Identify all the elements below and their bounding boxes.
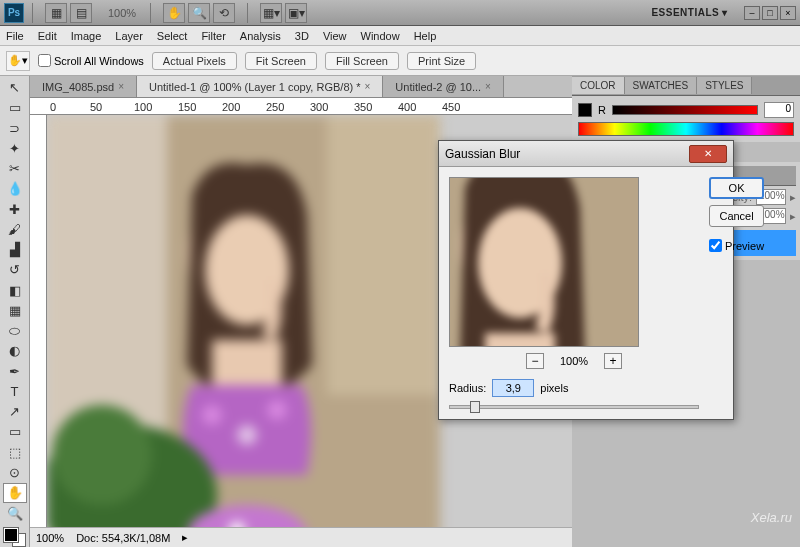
ruler-mark: 200 bbox=[222, 101, 240, 113]
close-button[interactable]: × bbox=[780, 6, 796, 20]
color-ramp[interactable] bbox=[578, 122, 794, 136]
doc-info[interactable]: Doc: 554,3K/1,08M bbox=[76, 532, 170, 544]
hand-tool-icon[interactable]: ✋ bbox=[3, 483, 27, 503]
wand-tool-icon[interactable]: ✦ bbox=[3, 139, 27, 158]
fg-swatch[interactable] bbox=[578, 103, 592, 117]
mini-bridge-icon[interactable]: ▤ bbox=[70, 3, 92, 23]
history-brush-icon[interactable]: ↺ bbox=[3, 260, 27, 279]
arrange-docs-icon[interactable]: ▦▾ bbox=[260, 3, 282, 23]
zoom-status[interactable]: 100% bbox=[36, 532, 64, 544]
scroll-all-checkbox[interactable]: Scroll All Windows bbox=[38, 54, 144, 67]
menu-window[interactable]: Window bbox=[361, 30, 400, 42]
ruler-mark: 100 bbox=[134, 101, 152, 113]
ok-button[interactable]: OK bbox=[709, 177, 764, 199]
menu-analysis[interactable]: Analysis bbox=[240, 30, 281, 42]
type-tool-icon[interactable]: T bbox=[3, 382, 27, 401]
close-icon[interactable]: × bbox=[118, 81, 124, 92]
zoom-level[interactable]: 100% bbox=[102, 7, 142, 19]
menu-3d[interactable]: 3D bbox=[295, 30, 309, 42]
dialog-titlebar[interactable]: Gaussian Blur ✕ bbox=[439, 141, 733, 167]
ruler-vertical[interactable] bbox=[30, 115, 47, 527]
rotate-view-icon[interactable]: ⟲ bbox=[213, 3, 235, 23]
dialog-title: Gaussian Blur bbox=[445, 147, 689, 161]
marquee-tool-icon[interactable]: ▭ bbox=[3, 98, 27, 117]
hand-tool-icon[interactable]: ✋▾ bbox=[6, 51, 30, 71]
ruler-mark: 250 bbox=[266, 101, 284, 113]
radius-input[interactable] bbox=[492, 379, 534, 397]
lasso-tool-icon[interactable]: ⊃ bbox=[3, 119, 27, 138]
svg-point-7 bbox=[237, 425, 257, 445]
move-tool-icon[interactable]: ↖ bbox=[3, 78, 27, 97]
fit-screen-button[interactable]: Fit Screen bbox=[245, 52, 317, 70]
zoom-out-button[interactable]: − bbox=[526, 353, 544, 369]
eyedropper-tool-icon[interactable]: 💧 bbox=[3, 179, 27, 198]
foreground-color-swatch[interactable] bbox=[4, 528, 18, 542]
dodge-tool-icon[interactable]: ◐ bbox=[3, 341, 27, 360]
crop-tool-icon[interactable]: ✂ bbox=[3, 159, 27, 178]
ruler-mark: 300 bbox=[310, 101, 328, 113]
menu-select[interactable]: Select bbox=[157, 30, 188, 42]
menu-file[interactable]: File bbox=[6, 30, 24, 42]
radius-slider[interactable] bbox=[449, 405, 699, 409]
menu-image[interactable]: Image bbox=[71, 30, 102, 42]
options-bar: ✋▾ Scroll All Windows Actual Pixels Fit … bbox=[0, 46, 800, 76]
r-label: R bbox=[598, 104, 606, 116]
ps-logo-icon: Ps bbox=[4, 3, 24, 23]
pen-tool-icon[interactable]: ✒ bbox=[3, 362, 27, 381]
color-swatch[interactable] bbox=[4, 528, 26, 547]
stamp-tool-icon[interactable]: ▟ bbox=[3, 240, 27, 259]
scroll-all-label: Scroll All Windows bbox=[54, 55, 144, 67]
status-bar: 100% Doc: 554,3K/1,08M ▸ bbox=[30, 527, 572, 547]
menu-view[interactable]: View bbox=[323, 30, 347, 42]
print-size-button[interactable]: Print Size bbox=[407, 52, 476, 70]
svg-rect-16 bbox=[485, 333, 555, 347]
workspace-switcher[interactable]: ESSENTIALS ▾ bbox=[651, 7, 738, 18]
bridge-icon[interactable]: ▦ bbox=[45, 3, 67, 23]
doc-tab[interactable]: Untitled-1 @ 100% (Layer 1 copy, RGB/8) … bbox=[137, 76, 383, 97]
actual-pixels-button[interactable]: Actual Pixels bbox=[152, 52, 237, 70]
menu-edit[interactable]: Edit bbox=[38, 30, 57, 42]
zoom-in-button[interactable]: + bbox=[604, 353, 622, 369]
menu-help[interactable]: Help bbox=[414, 30, 437, 42]
divider bbox=[32, 3, 33, 23]
close-icon[interactable]: × bbox=[365, 81, 371, 92]
minimize-button[interactable]: – bbox=[744, 6, 760, 20]
close-icon[interactable]: × bbox=[485, 81, 491, 92]
divider bbox=[150, 3, 151, 23]
menu-layer[interactable]: Layer bbox=[115, 30, 143, 42]
maximize-button[interactable]: □ bbox=[762, 6, 778, 20]
preview-checkbox[interactable]: Preview bbox=[709, 239, 764, 252]
doc-tab[interactable]: IMG_4085.psd× bbox=[30, 76, 137, 97]
swatches-tab[interactable]: SWATCHES bbox=[625, 77, 698, 94]
brush-tool-icon[interactable]: 🖌 bbox=[3, 220, 27, 239]
zoom-icon[interactable]: 🔍 bbox=[188, 3, 210, 23]
3d-camera-icon[interactable]: ⊙ bbox=[3, 463, 27, 482]
menu-filter[interactable]: Filter bbox=[201, 30, 225, 42]
blur-tool-icon[interactable]: ⬭ bbox=[3, 321, 27, 340]
r-value[interactable]: 0 bbox=[764, 102, 794, 118]
hand-icon[interactable]: ✋ bbox=[163, 3, 185, 23]
3d-tool-icon[interactable]: ⬚ bbox=[3, 443, 27, 462]
shape-tool-icon[interactable]: ▭ bbox=[3, 422, 27, 441]
gradient-tool-icon[interactable]: ▦ bbox=[3, 301, 27, 320]
doc-tab[interactable]: Untitled-2 @ 10...× bbox=[383, 76, 504, 97]
slider-thumb[interactable] bbox=[470, 401, 480, 413]
healing-tool-icon[interactable]: ✚ bbox=[3, 200, 27, 219]
color-tab[interactable]: COLOR bbox=[572, 77, 625, 94]
path-tool-icon[interactable]: ↗ bbox=[3, 402, 27, 421]
preview-image[interactable] bbox=[449, 177, 639, 347]
r-slider[interactable] bbox=[612, 105, 758, 115]
fill-screen-button[interactable]: Fill Screen bbox=[325, 52, 399, 70]
eraser-tool-icon[interactable]: ◧ bbox=[3, 281, 27, 300]
ruler-horizontal[interactable]: 0 50 100 150 200 250 300 350 400 450 bbox=[30, 98, 572, 115]
chevron-right-icon[interactable]: ▸ bbox=[182, 531, 188, 544]
preview-zoom: 100% bbox=[560, 355, 588, 367]
screen-mode-icon[interactable]: ▣▾ bbox=[285, 3, 307, 23]
dialog-close-button[interactable]: ✕ bbox=[689, 145, 727, 163]
menu-bar: File Edit Image Layer Select Filter Anal… bbox=[0, 26, 800, 46]
zoom-tool-icon[interactable]: 🔍 bbox=[3, 504, 27, 523]
chevron-right-icon[interactable]: ▸ bbox=[790, 191, 796, 204]
chevron-right-icon[interactable]: ▸ bbox=[790, 210, 796, 223]
cancel-button[interactable]: Cancel bbox=[709, 205, 764, 227]
styles-tab[interactable]: STYLES bbox=[697, 77, 752, 94]
